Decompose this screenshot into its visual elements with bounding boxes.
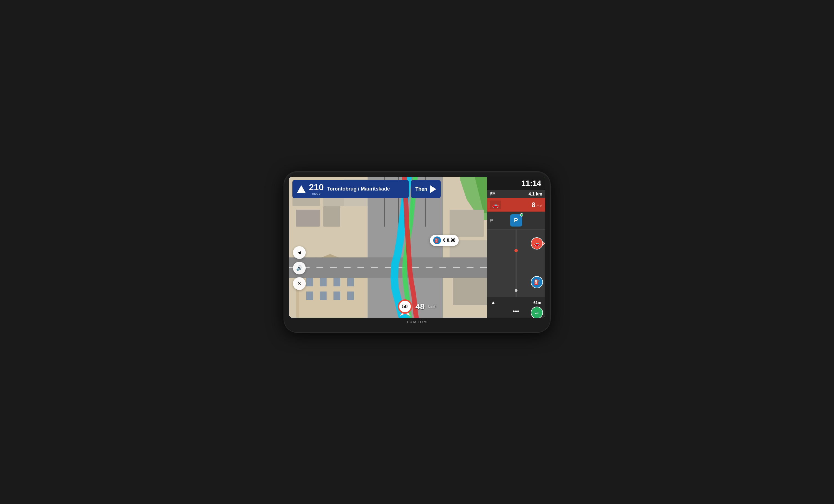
svg-rect-15 (333, 278, 341, 287)
brand-label: TOMTOM (407, 320, 427, 324)
speed-limit-value: 50 (402, 304, 408, 310)
nav-arrow-row: ▲ 61m (489, 299, 544, 306)
gas-price: € 0.98 (443, 238, 455, 243)
svg-rect-17 (306, 292, 313, 300)
distance-number: 210 (309, 183, 324, 192)
nav-instruction-bar: 210 metre Torontobrug / Mauritskade Then (292, 180, 484, 198)
svg-rect-14 (320, 278, 327, 287)
svg-rect-13 (306, 278, 313, 287)
compass-icon: ◄ (297, 250, 302, 256)
finish-icon: 🏁 (490, 191, 495, 197)
current-speed: 48 (415, 302, 425, 311)
svg-rect-16 (347, 278, 354, 287)
volume-icon: 🔊 (296, 265, 302, 271)
route-line (515, 230, 517, 297)
traffic-car-icon: 🚗 (531, 237, 543, 250)
traffic-row: 🚗 8 min (487, 198, 545, 211)
finish-flag-icon: 🏁 (490, 219, 493, 222)
speed-limit-sign: 50 (398, 299, 412, 314)
time: 11:14 (521, 179, 541, 187)
route-split-icon: ⇌ (531, 306, 543, 318)
route-strip: 🚗 ⛽ ⇌ (487, 230, 545, 297)
svg-rect-27 (453, 278, 487, 305)
gps-device: ⛽ € 0.98 210 metre Torontobrug / Maurits… (284, 172, 550, 332)
traffic-time: 8 (532, 201, 535, 209)
compass-button[interactable]: ◄ (293, 246, 306, 259)
main-instruction: 210 metre Torontobrug / Mauritskade (292, 180, 409, 198)
route-dot-red (514, 249, 518, 252)
close-button[interactable]: ✕ (293, 277, 306, 290)
svg-rect-19 (333, 292, 341, 300)
gas-station-poi-icon: ⛽ (531, 276, 543, 288)
nav-arrow-icon: ▲ (491, 300, 496, 305)
route-dot-white (515, 289, 518, 292)
svg-rect-9 (323, 206, 341, 227)
svg-rect-23 (449, 210, 484, 237)
direction-arrow-up (297, 185, 306, 193)
volume-button[interactable]: 🔊 (293, 262, 306, 274)
device-screen: ⛽ € 0.98 210 metre Torontobrug / Maurits… (289, 177, 545, 318)
then-instruction: Then (411, 180, 441, 198)
svg-rect-20 (347, 292, 354, 300)
distance-unit: metre (312, 192, 321, 196)
distance-block: 210 metre (309, 183, 324, 196)
traffic-icon: 🚗 (490, 201, 501, 209)
direction-arrow-right (430, 185, 436, 193)
street-name: Torontobrug / Mauritskade (327, 186, 390, 192)
nav-distance: 61m (533, 300, 541, 305)
then-label: Then (415, 186, 427, 192)
left-controls: ◄ 🔊 ✕ (293, 246, 306, 290)
traffic-unit: min (536, 204, 543, 208)
right-sidebar: 11:14 🏁 4.1 km 🚗 8 min P (487, 177, 545, 318)
time-display: 11:14 (487, 177, 545, 190)
svg-rect-8 (296, 210, 320, 227)
eta-distance-row: 🏁 4.1 km (487, 190, 545, 198)
parking-available-dot (520, 213, 523, 216)
gas-station-icon: ⛽ (433, 236, 441, 244)
eta-distance-value: 4.1 km (529, 192, 543, 197)
svg-rect-18 (320, 292, 327, 300)
gas-price-bubble: ⛽ € 0.98 (430, 235, 459, 246)
speed-unit: km/h (428, 304, 436, 309)
speed-indicator: 50 48 km/h (398, 299, 437, 314)
parking-icon: P (510, 214, 522, 227)
close-icon: ✕ (297, 280, 301, 287)
